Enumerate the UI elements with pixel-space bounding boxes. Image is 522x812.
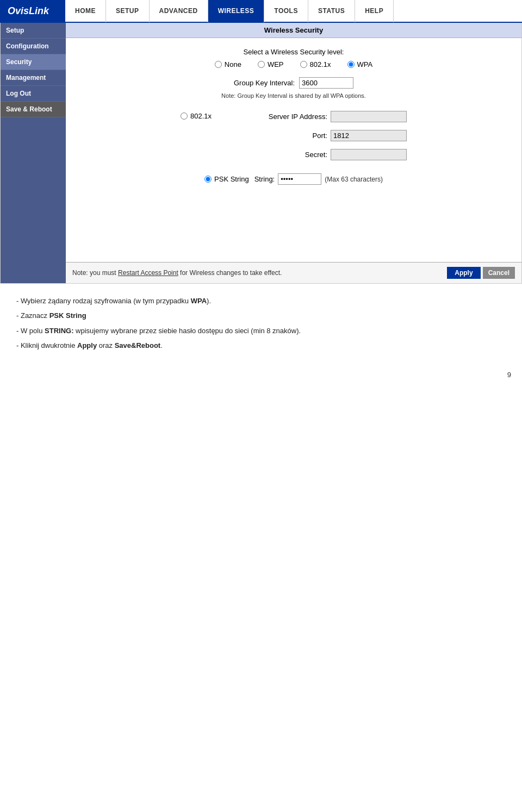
- instruction-2: Zaznacz PSK String: [16, 309, 506, 322]
- server-ip-input[interactable]: [331, 111, 407, 122]
- secret-label: Secret:: [257, 151, 327, 159]
- restart-link[interactable]: Restart Access Point: [118, 269, 178, 277]
- secret-row: Secret:: [257, 149, 407, 160]
- radio-none-label: None: [225, 60, 241, 68]
- content-title: Wireless Security: [66, 23, 521, 38]
- radio-wpa-input[interactable]: [347, 61, 355, 68]
- instruction-3: W polu STRING: wpisujemy wybrane przez s…: [16, 324, 506, 337]
- bottom-bar: Note: you must Restart Access Point for …: [66, 262, 521, 283]
- content-area: Wireless Security Select a Wireless Secu…: [66, 23, 521, 283]
- tab-help[interactable]: HELP: [355, 0, 394, 22]
- tab-tools[interactable]: TooLS: [264, 0, 308, 22]
- instruction-4: Kliknij dwukrotnie Apply oraz Save&Reboo…: [16, 339, 506, 352]
- psk-section: PSK String String: (Max 63 characters): [77, 173, 511, 185]
- sidebar-item-save-reboot[interactable]: Save & Reboot: [1, 102, 66, 117]
- radio-wep[interactable]: WEP: [258, 60, 284, 68]
- radio-none-input[interactable]: [215, 61, 222, 68]
- radio-wpa[interactable]: WPA: [347, 60, 373, 68]
- server-ip-label: Server IP Address:: [257, 113, 327, 121]
- tab-setup[interactable]: SETUP: [106, 0, 150, 22]
- page-number: 9: [0, 365, 522, 384]
- radio-none[interactable]: None: [215, 60, 241, 68]
- psk-left: PSK String: [204, 175, 249, 183]
- group-key-note: Note: Group Key Interval is shared by al…: [77, 92, 511, 100]
- tab-wireless[interactable]: WIRELESS: [208, 0, 265, 22]
- psk-string-input[interactable]: [278, 173, 321, 185]
- radio-8021x[interactable]: 802.1x: [300, 60, 331, 68]
- bottom-note: Note: you must Restart Access Point for …: [72, 269, 442, 277]
- server-ip-row: Server IP Address:: [257, 111, 407, 122]
- string-label: String:: [254, 175, 275, 183]
- psk-right: String: (Max 63 characters): [254, 173, 383, 185]
- port-label: Port:: [257, 132, 327, 140]
- content-body: Select a Wireless Security level: None W…: [66, 38, 521, 262]
- radio-8021x-wpa-input[interactable]: [181, 113, 188, 120]
- nav-tabs: HOME SETUP ADVANCED WIRELESS TooLS STATU…: [65, 0, 394, 22]
- radio-wep-label: WEP: [268, 60, 284, 68]
- psk-string-label: PSK String: [214, 175, 249, 183]
- tab-status[interactable]: STATUS: [308, 0, 355, 22]
- 802-fields: Server IP Address: Port: Secret:: [257, 111, 407, 165]
- radio-8021x-input[interactable]: [300, 61, 307, 68]
- sidebar-item-setup[interactable]: Setup: [1, 23, 66, 39]
- port-row: Port:: [257, 130, 407, 141]
- group-key-label: Group Key Interval:: [234, 79, 295, 87]
- radio-wep-input[interactable]: [258, 61, 265, 68]
- secret-input[interactable]: [331, 149, 407, 160]
- sidebar-item-logout[interactable]: Log Out: [1, 86, 66, 102]
- group-key-input[interactable]: [299, 77, 353, 89]
- sidebar: Setup Configuration Security Management …: [1, 23, 66, 283]
- security-level-label: Select a Wireless Security level:: [77, 48, 511, 56]
- port-input[interactable]: [331, 130, 407, 141]
- radio-8021x-label: 802.1x: [310, 60, 331, 68]
- instruction-1: Wybierz żądany rodzaj szyfrowania (w tym…: [16, 295, 506, 307]
- tab-advanced[interactable]: ADVANCED: [150, 0, 208, 22]
- sidebar-item-configuration[interactable]: Configuration: [1, 39, 66, 54]
- sidebar-item-management[interactable]: Management: [1, 70, 66, 86]
- instructions: Wybierz żądany rodzaj szyfrowania (w tym…: [0, 284, 522, 365]
- psk-max-chars: (Max 63 characters): [325, 176, 383, 183]
- radio-wpa-label: WPA: [357, 60, 373, 68]
- main-layout: Setup Configuration Security Management …: [0, 23, 522, 284]
- radio-8021x-wpa-label: 802.1x: [190, 112, 212, 120]
- cancel-button[interactable]: Cancel: [483, 267, 515, 279]
- logo: OvisLink: [0, 0, 65, 22]
- security-radio-group: None WEP 802.1x WPA: [77, 60, 511, 68]
- group-key-row: Group Key Interval:: [77, 77, 511, 89]
- radio-802-section: 802.1x Server IP Address: Port: Secret:: [77, 111, 511, 165]
- radio-802-left: 802.1x: [181, 111, 251, 120]
- radio-psk-input[interactable]: [204, 176, 212, 183]
- sidebar-item-security[interactable]: Security: [1, 54, 66, 70]
- apply-button[interactable]: Apply: [447, 267, 480, 279]
- logo-text: OvisLink: [8, 5, 49, 17]
- nav-bar: OvisLink HOME SETUP ADVANCED WIRELESS To…: [0, 0, 522, 23]
- tab-home[interactable]: HOME: [65, 0, 106, 22]
